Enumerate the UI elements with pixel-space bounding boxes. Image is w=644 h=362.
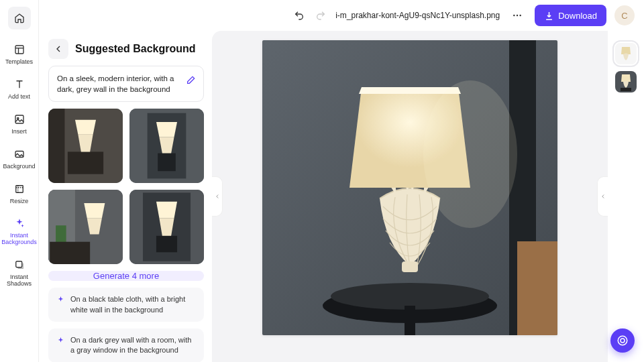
svg-point-8 bbox=[513, 15, 515, 16]
more-icon bbox=[512, 10, 523, 21]
resize-icon bbox=[13, 182, 26, 196]
rail-label: Instant Shadows bbox=[7, 274, 32, 288]
svg-rect-0 bbox=[15, 46, 23, 54]
sparkle-icon bbox=[56, 336, 65, 348]
chat-icon bbox=[616, 335, 629, 347]
svg-rect-38 bbox=[402, 261, 418, 272]
side-panel: Suggested Background On a sleek, modern … bbox=[39, 31, 212, 362]
generate-more-button[interactable]: Generate 4 more bbox=[48, 271, 204, 281]
svg-rect-46 bbox=[621, 88, 631, 91]
suggestion-text: On a black table cloth, with a bright wh… bbox=[70, 294, 196, 315]
background-icon bbox=[13, 147, 26, 161]
svg-rect-18 bbox=[158, 154, 176, 172]
svg-rect-7 bbox=[15, 261, 21, 267]
canvas[interactable] bbox=[212, 31, 608, 362]
chevron-left-icon bbox=[214, 193, 221, 200]
result-thumb-3[interactable] bbox=[48, 190, 123, 264]
more-button[interactable] bbox=[508, 6, 527, 25]
svg-rect-37 bbox=[405, 306, 415, 335]
topbar: i-m_prakhar-kont-AgU9-qsNc1Y-unsplash.pn… bbox=[39, 0, 644, 31]
prompt-box[interactable]: On a sleek, modern interior, with a dark… bbox=[48, 66, 204, 102]
rail-resize[interactable]: Resize bbox=[1, 177, 38, 210]
right-rail bbox=[608, 31, 644, 362]
result-thumb-1[interactable] bbox=[48, 109, 123, 183]
rail-label: Instant Backgrounds bbox=[1, 233, 37, 246]
collapse-panel-button[interactable] bbox=[212, 176, 223, 217]
svg-marker-43 bbox=[621, 47, 631, 54]
svg-rect-24 bbox=[50, 242, 90, 264]
svg-point-9 bbox=[517, 15, 518, 16]
svg-rect-3 bbox=[15, 115, 23, 123]
prompt-text: On a sleek, modern interior, with a dark… bbox=[57, 74, 174, 93]
suggestion-1[interactable]: On a black table cloth, with a bright wh… bbox=[48, 288, 204, 322]
thumbnail-grid bbox=[48, 109, 204, 264]
svg-rect-12 bbox=[48, 109, 64, 183]
rail-add-text[interactable]: Add text bbox=[1, 72, 38, 106]
shadow-icon bbox=[13, 258, 26, 272]
help-fab[interactable] bbox=[610, 328, 635, 353]
sparkle-icon bbox=[13, 217, 26, 230]
svg-rect-29 bbox=[156, 236, 177, 252]
rail-templates[interactable]: Templates bbox=[1, 38, 38, 71]
svg-point-48 bbox=[621, 339, 625, 343]
suggestion-text: On a dark grey wall with a room, with a … bbox=[70, 335, 196, 356]
download-button[interactable]: Download bbox=[535, 5, 606, 26]
svg-marker-45 bbox=[621, 74, 631, 82]
panel-title: Suggested Background bbox=[75, 43, 196, 55]
filename[interactable]: i-m_prakhar-kont-AgU9-qsNc1Y-unsplash.pn… bbox=[335, 11, 500, 20]
result-thumb-4[interactable] bbox=[129, 190, 204, 264]
edit-prompt-button[interactable] bbox=[186, 74, 197, 88]
home-button[interactable] bbox=[8, 7, 31, 29]
sparkle-icon bbox=[56, 295, 65, 307]
back-button[interactable] bbox=[48, 39, 68, 59]
rail-instant-shadows[interactable]: Instant Shadows bbox=[1, 253, 38, 293]
result-thumb-2[interactable] bbox=[129, 109, 204, 183]
canvas-image[interactable] bbox=[262, 40, 557, 335]
svg-marker-15 bbox=[75, 120, 96, 135]
pencil-icon bbox=[186, 74, 197, 85]
collapse-right-rail-button[interactable] bbox=[597, 176, 608, 217]
layer-thumb-1[interactable] bbox=[615, 43, 637, 64]
templates-icon bbox=[13, 43, 26, 56]
rail-label: Resize bbox=[10, 198, 29, 205]
home-icon bbox=[14, 13, 25, 23]
svg-marker-26 bbox=[84, 203, 105, 218]
rail-label: Templates bbox=[5, 59, 33, 66]
svg-marker-31 bbox=[156, 202, 177, 218]
rail-label: Insert bbox=[11, 129, 27, 135]
svg-rect-34 bbox=[517, 241, 557, 335]
suggestion-2[interactable]: On a dark grey wall with a room, with a … bbox=[48, 328, 204, 362]
svg-point-10 bbox=[520, 15, 521, 16]
insert-icon bbox=[13, 113, 26, 126]
rail-instant-backgrounds[interactable]: Instant Backgrounds bbox=[1, 211, 38, 251]
text-icon bbox=[13, 78, 26, 91]
svg-point-41 bbox=[423, 80, 517, 228]
download-icon bbox=[544, 11, 554, 21]
rail-insert[interactable]: Insert bbox=[1, 107, 38, 141]
svg-point-47 bbox=[618, 336, 627, 345]
chevron-left-icon bbox=[600, 193, 606, 200]
download-label: Download bbox=[558, 11, 597, 21]
layer-thumb-2[interactable] bbox=[615, 71, 637, 93]
svg-rect-6 bbox=[15, 185, 23, 192]
rail-background[interactable]: Background bbox=[1, 142, 38, 176]
svg-marker-20 bbox=[156, 122, 177, 137]
svg-rect-13 bbox=[68, 152, 103, 174]
arrow-left-icon bbox=[53, 44, 64, 54]
left-rail: Templates Add text Insert Background Res… bbox=[0, 0, 39, 362]
rail-label: Background bbox=[3, 164, 35, 170]
redo-button[interactable] bbox=[314, 9, 327, 22]
avatar[interactable]: C bbox=[614, 5, 635, 25]
rail-label: Add text bbox=[8, 94, 30, 101]
undo-button[interactable] bbox=[292, 9, 306, 22]
